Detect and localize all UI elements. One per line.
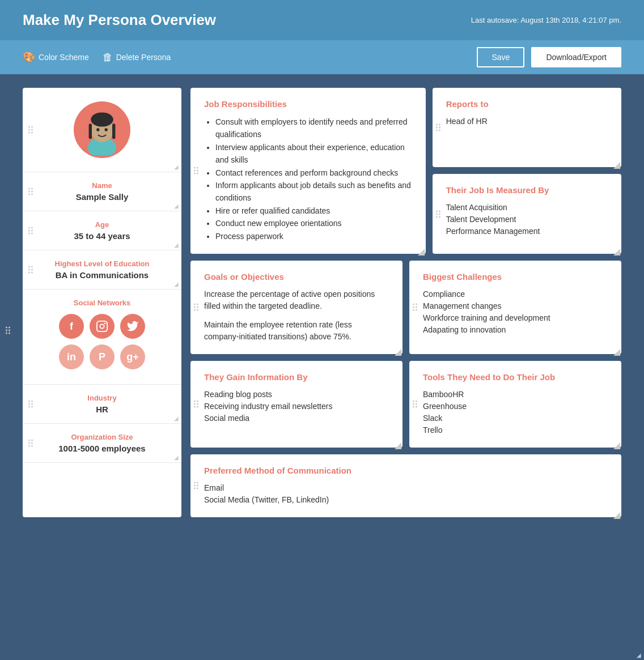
avatar-resize-handle[interactable]: ◢: [173, 164, 179, 169]
communication-resize[interactable]: ◢: [613, 509, 619, 515]
name-value: Sample Sally: [36, 192, 168, 202]
age-drag-handle[interactable]: [28, 227, 33, 235]
social-icons-row-1: f: [36, 314, 168, 339]
challenges-item-2: Workforce training and development: [423, 312, 608, 324]
delete-persona-button[interactable]: 🗑 Delete Persona: [103, 52, 171, 63]
communication-item-1: Social Media (Twitter, FB, LinkedIn): [204, 494, 608, 506]
measured-by-resize[interactable]: ◢: [613, 246, 619, 252]
org-size-section: Organization Size 1001-5000 employees ◢: [23, 424, 181, 463]
social-icons-row-2: in P g+: [36, 344, 168, 369]
facebook-icon[interactable]: f: [59, 314, 84, 339]
challenges-card: Biggest Challenges Compliance Management…: [409, 261, 621, 354]
industry-section: Industry HR ◢: [23, 385, 181, 424]
gain-info-item-2: Social media: [204, 412, 389, 424]
communication-card: Preferred Method of Communication Email …: [190, 454, 621, 517]
measured-by-item-0: Talent Acquisition: [446, 202, 608, 214]
instagram-icon[interactable]: [90, 314, 115, 339]
list-item: Inform applicants about job details such…: [215, 179, 412, 205]
challenges-resize[interactable]: ◢: [613, 346, 619, 352]
job-responsibilities-card: Job Responsibilities Consult with employ…: [190, 88, 426, 254]
reports-to-resize[interactable]: ◢: [613, 159, 619, 165]
page-title: Make My Persona Overview: [23, 11, 216, 29]
job-resp-resize[interactable]: ◢: [418, 246, 423, 252]
reports-to-value: Head of HR: [446, 116, 608, 127]
reports-to-drag-handle[interactable]: [436, 124, 440, 131]
age-resize-handle[interactable]: ◢: [173, 242, 179, 248]
goals-resize[interactable]: ◢: [395, 346, 400, 352]
color-scheme-icon: 🎨: [23, 51, 35, 63]
education-label: Highest Level of Education: [36, 259, 168, 268]
tools-card: Tools They Need to Do Their Job BambooHR…: [409, 361, 621, 448]
tools-item-2: Slack: [423, 412, 608, 424]
education-section: Highest Level of Education BA in Communi…: [23, 250, 181, 289]
challenges-item-3: Adapating to innovation: [423, 324, 608, 336]
tools-title: Tools They Need to Do Their Job: [423, 372, 608, 382]
toolbar-left: 🎨 Color Scheme 🗑 Delete Persona: [23, 51, 171, 63]
org-size-resize-handle[interactable]: ◢: [173, 454, 179, 460]
download-button[interactable]: Download/Export: [531, 47, 621, 67]
communication-title: Preferred Method of Communication: [204, 466, 608, 475]
svg-point-11: [104, 323, 106, 325]
pinterest-icon[interactable]: P: [90, 344, 115, 369]
gain-info-item-1: Receiving industry email newsletters: [204, 401, 389, 412]
reports-to-card: Reports to Head of HR ◢: [433, 88, 621, 167]
education-resize-handle[interactable]: ◢: [173, 281, 179, 287]
org-size-label: Organization Size: [36, 433, 168, 441]
tools-item-0: BambooHR: [423, 389, 608, 401]
age-label: Age: [36, 220, 168, 229]
avatar-drag-handle[interactable]: [28, 126, 33, 134]
right-top-col: Reports to Head of HR ◢ Their Job Is Mea…: [433, 88, 621, 254]
name-label: Name: [36, 181, 168, 190]
goals-para-1: Maintain the employee retention rate (le…: [204, 319, 389, 343]
name-resize-handle[interactable]: ◢: [173, 203, 179, 208]
org-size-drag-handle[interactable]: [28, 440, 33, 447]
tools-drag-handle[interactable]: [413, 401, 417, 408]
autosave-text: Last autosave: August 13th 2018, 4:21:07…: [471, 16, 621, 24]
svg-point-7: [96, 128, 99, 131]
job-resp-drag-handle[interactable]: [194, 167, 198, 174]
gain-info-resize[interactable]: ◢: [395, 440, 400, 445]
svg-point-8: [105, 128, 108, 131]
education-drag-handle[interactable]: [28, 266, 33, 274]
list-item: Process paperwork: [215, 230, 412, 242]
job-responsibilities-title: Job Responsibilities: [204, 99, 412, 109]
age-value: 35 to 44 years: [36, 231, 168, 241]
list-item: Contact references and perform backgroun…: [215, 167, 412, 179]
list-item: Hire or refer qualified candidates: [215, 205, 412, 217]
challenges-drag-handle[interactable]: [413, 304, 417, 311]
svg-rect-6: [112, 124, 115, 139]
linkedin-icon[interactable]: in: [59, 344, 84, 369]
svg-point-10: [100, 324, 104, 328]
twitter-icon[interactable]: [120, 314, 145, 339]
svg-point-4: [91, 112, 113, 126]
reports-to-title: Reports to: [446, 99, 608, 109]
row-4: Preferred Method of Communication Email …: [190, 454, 621, 517]
gain-info-item-0: Reading blog posts: [204, 389, 389, 401]
goals-para-0: Increase the percentage of active open p…: [204, 288, 389, 312]
goals-drag-handle[interactable]: [194, 304, 198, 311]
list-item: Interview applicants about their experie…: [215, 141, 412, 167]
industry-drag-handle[interactable]: [28, 401, 33, 408]
toolbar: 🎨 Color Scheme 🗑 Delete Persona Save Dow…: [0, 40, 644, 74]
color-scheme-button[interactable]: 🎨 Color Scheme: [23, 51, 89, 63]
goals-card: Goals or Objectives Increase the percent…: [190, 261, 402, 354]
name-drag-handle[interactable]: [28, 188, 33, 195]
measured-by-card: Their Job Is Measured By Talent Acquisit…: [433, 174, 621, 253]
measured-by-drag-handle[interactable]: [436, 210, 440, 218]
delete-persona-label: Delete Persona: [116, 53, 171, 62]
industry-value: HR: [36, 404, 168, 414]
row-2: Goals or Objectives Increase the percent…: [190, 261, 621, 354]
list-item: Consult with employers to identify needs…: [215, 116, 412, 141]
svg-rect-9: [97, 321, 107, 331]
tools-item-1: Greenhouse: [423, 401, 608, 412]
communication-drag-handle[interactable]: [194, 482, 198, 489]
save-button[interactable]: Save: [477, 47, 524, 67]
gain-info-title: They Gain Information By: [204, 372, 389, 382]
tools-resize[interactable]: ◢: [613, 440, 619, 445]
name-section: Name Sample Sally ◢: [23, 172, 181, 211]
industry-resize-handle[interactable]: ◢: [173, 415, 179, 421]
gain-info-drag-handle[interactable]: [194, 401, 198, 408]
gain-info-card: They Gain Information By Reading blog po…: [190, 361, 402, 448]
googleplus-icon[interactable]: g+: [120, 344, 145, 369]
color-scheme-label: Color Scheme: [39, 53, 89, 62]
